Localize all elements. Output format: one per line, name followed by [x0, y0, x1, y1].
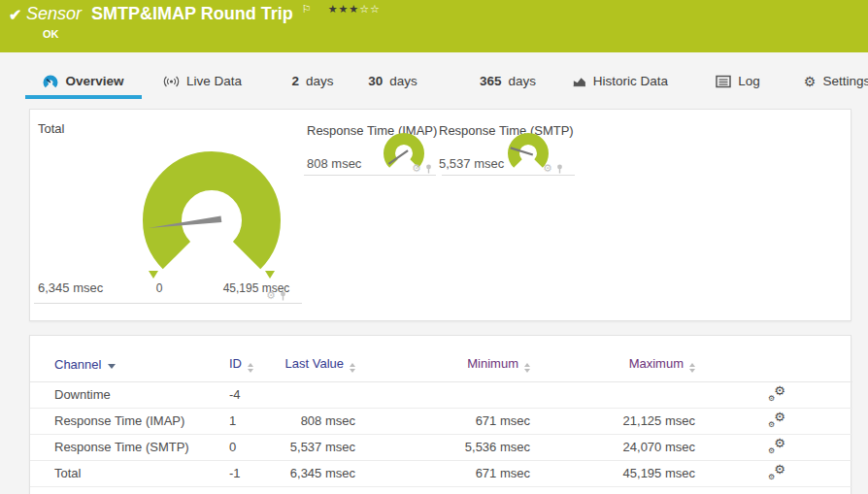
table-row-imap: Response Time (IMAP) 1 808 msec 671 msec…	[30, 408, 852, 434]
tab-live-data[interactable]: Live Data	[161, 67, 244, 99]
tab-settings[interactable]: ⚙ Settings	[806, 67, 868, 99]
sort-icon	[350, 363, 355, 373]
tab-log-label: Log	[738, 74, 760, 88]
column-header-last-value[interactable]: Last Value	[273, 347, 380, 381]
imap-gauge-tools: ⚙	[412, 163, 433, 174]
gauge-settings-gear-icon[interactable]: ⚙	[266, 290, 276, 301]
edit-channel-icon[interactable]: ⚙⚙	[768, 412, 785, 427]
pin-icon[interactable]	[279, 291, 287, 301]
tab-2-days-number: 2	[291, 74, 299, 88]
column-header-minimum[interactable]: Minimum	[380, 347, 554, 381]
gauge-settings-gear-icon[interactable]: ⚙	[543, 163, 552, 174]
tab-settings-label: Settings	[822, 74, 868, 88]
channel-last-value: 808 msec	[273, 408, 380, 434]
sort-icon	[248, 363, 253, 373]
smtp-panel-divider	[442, 175, 575, 176]
channels-table-card: Channel ID Last Value Minimum Maximum Do…	[29, 335, 851, 494]
table-row-downtime: Downtime -4 ⚙⚙	[30, 381, 852, 408]
sort-icon	[524, 363, 530, 373]
tab-historic-data-label: Historic Data	[593, 74, 668, 88]
imap-gauge-value: 808 msec	[307, 156, 361, 171]
channel-maximum: 21,125 msec	[554, 408, 719, 434]
tab-bar: Overview Live Data 2 days 30 days 365 da…	[0, 52, 868, 107]
tab-30-days-unit: days	[389, 74, 417, 88]
tab-365-days-number: 365	[480, 74, 502, 88]
tab-overview[interactable]: Overview	[25, 67, 142, 99]
channels-table: Channel ID Last Value Minimum Maximum Do…	[30, 347, 852, 487]
gauge-max-marker-icon	[265, 271, 275, 279]
tab-historic-data[interactable]: Historic Data	[573, 67, 668, 99]
tab-log[interactable]: Log	[715, 67, 761, 99]
tab-overview-label: Overview	[65, 74, 123, 88]
flag-icon[interactable]: ⚐	[302, 3, 312, 15]
total-gauge-tools: ⚙	[266, 290, 287, 301]
tab-live-data-label: Live Data	[186, 74, 242, 88]
channel-minimum: 671 msec	[380, 408, 554, 434]
tab-30-days-number: 30	[368, 74, 383, 88]
channel-name: Response Time (IMAP)	[30, 408, 205, 434]
status-ok-check-icon: ✔	[9, 6, 21, 24]
channel-maximum: 24,070 msec	[554, 434, 719, 460]
channel-name: Response Time (SMTP)	[30, 434, 205, 460]
channel-id: 0	[205, 434, 273, 460]
table-row-smtp: Response Time (SMTP) 0 5,537 msec 5,536 …	[30, 434, 852, 460]
channel-name: Total	[30, 460, 205, 486]
channel-id: -4	[205, 381, 273, 408]
overview-gauges-card: Total 6,345 msec 0 45,195 msec ⚙ Respons…	[29, 109, 851, 321]
priority-stars[interactable]: ★★★☆☆	[328, 3, 381, 15]
tab-2-days-unit: days	[306, 74, 334, 88]
stars-filled[interactable]: ★★★	[328, 3, 360, 15]
channel-id: -1	[205, 460, 273, 486]
edit-channel-icon[interactable]: ⚙⚙	[768, 385, 785, 401]
channel-last-value: 5,537 msec	[273, 434, 380, 460]
channel-maximum	[554, 381, 719, 408]
total-gauge	[105, 131, 318, 296]
total-panel-divider	[34, 303, 302, 304]
sort-icon	[689, 363, 695, 373]
pin-icon[interactable]	[424, 164, 433, 174]
total-gauge-title: Total	[38, 121, 64, 136]
column-header-maximum[interactable]: Maximum	[554, 347, 719, 381]
area-chart-icon	[573, 74, 586, 89]
tab-365-days-unit: days	[509, 74, 537, 88]
channel-minimum: 671 msec	[380, 460, 554, 486]
channel-last-value: 6,345 msec	[273, 460, 380, 486]
pin-icon[interactable]	[555, 164, 564, 174]
sensor-header: ✔ Sensor SMTP&IMAP Round Trip ⚐ ★★★☆☆ OK	[0, 0, 868, 52]
channel-last-value	[273, 381, 380, 408]
tab-30-days[interactable]: 30 days	[366, 67, 419, 99]
sensor-kind-label: Sensor	[26, 4, 82, 23]
stars-empty[interactable]: ☆☆	[359, 3, 381, 15]
table-row-total: Total -1 6,345 msec 671 msec 45,195 msec…	[30, 460, 852, 486]
channel-name: Downtime	[30, 381, 205, 408]
channel-maximum: 45,195 msec	[554, 460, 719, 486]
imap-panel-divider	[304, 175, 436, 176]
column-header-actions	[719, 347, 852, 381]
channel-minimum	[380, 381, 554, 408]
sensor-title-line: Sensor SMTP&IMAP Round Trip ⚐ ★★★☆☆	[26, 4, 381, 24]
edit-channel-icon[interactable]: ⚙⚙	[768, 464, 785, 479]
sort-desc-icon	[108, 364, 116, 369]
gauge-settings-gear-icon[interactable]: ⚙	[412, 163, 421, 174]
channel-id: 1	[205, 408, 273, 434]
channel-minimum: 5,536 msec	[380, 434, 554, 460]
smtp-gauge-tools: ⚙	[543, 163, 564, 174]
page-title: SMTP&IMAP Round Trip	[91, 4, 293, 23]
status-badge: OK	[43, 28, 59, 40]
total-gauge-value: 6,345 msec	[38, 280, 103, 295]
gauge-min-marker-icon	[149, 271, 158, 279]
total-scale-min: 0	[145, 281, 174, 295]
edit-channel-icon[interactable]: ⚙⚙	[768, 438, 785, 453]
tab-2-days[interactable]: 2 days	[288, 67, 337, 99]
gear-icon: ⚙	[804, 75, 817, 88]
smtp-gauge-value: 5,537 msec	[439, 156, 504, 171]
log-icon	[716, 75, 731, 88]
live-data-icon	[163, 74, 180, 89]
column-header-id[interactable]: ID	[205, 347, 273, 381]
gauge-icon	[43, 74, 58, 89]
tab-365-days[interactable]: 365 days	[476, 67, 540, 99]
column-header-channel[interactable]: Channel	[30, 347, 205, 381]
table-header-row: Channel ID Last Value Minimum Maximum	[30, 347, 852, 381]
